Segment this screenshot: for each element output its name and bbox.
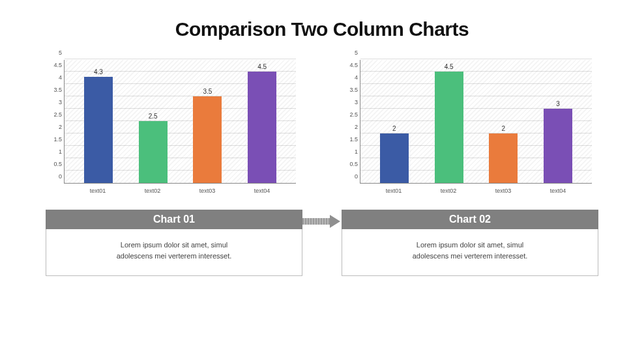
bar-label: 3.5 [181,88,235,95]
y-tick: 0 [46,173,62,180]
page-title: Comparison Two Column Charts [0,0,644,40]
caption-right-line2: adolescens mei verterem interesset. [355,251,585,262]
y-tick: 4.5 [342,62,358,68]
y-tick: 1.5 [46,136,62,143]
y-tick: 4 [342,74,358,81]
y-tick: 2.5 [46,111,62,118]
bar-1 [380,133,409,183]
chart-left-bars: 4.3 2.5 3.5 4.5 [65,60,296,183]
x-label: text03 [476,188,531,194]
x-label: text02 [125,188,180,194]
bar-wrap: 2 [367,60,422,183]
bar-label: 3 [531,100,585,107]
bar-label: 2 [367,125,422,132]
x-label: text04 [531,188,585,194]
caption-left: Chart 01 Lorem ipsum dolor sit amet, sim… [46,210,302,276]
bar-label: 2 [476,125,531,132]
y-tick: 1 [342,148,358,155]
x-label: text03 [180,188,235,194]
y-tick: 5 [46,49,62,56]
caption-right-header: Chart 02 [342,210,598,229]
bar-label: 4.3 [71,68,126,76]
y-tick: 4.5 [46,62,62,68]
chart-left: 0 0.5 1 1.5 2 2.5 3 3.5 4 4.5 5 4.3 [46,60,302,197]
chart-right-bars: 2 4.5 2 3 [360,60,592,183]
bar-label: 4.5 [422,63,476,70]
y-tick: 2 [46,124,62,130]
x-label: text02 [421,188,476,194]
y-tick: 3.5 [342,87,358,93]
x-label: text01 [70,188,125,194]
bar-wrap: 3.5 [181,60,235,183]
bar-4 [544,109,572,183]
caption-left-header: Chart 01 [46,210,302,229]
bar-2 [139,121,168,183]
caption-right-line1: Lorem ipsum dolor sit amet, simul [355,240,585,251]
caption-right: Chart 02 Lorem ipsum dolor sit amet, sim… [342,210,598,276]
chart-right-plot: 0 0.5 1 1.5 2 2.5 3 3.5 4 4.5 5 2 [360,60,592,184]
chart-right-xlabels: text01 text02 text03 text04 [360,184,592,194]
y-tick: 4 [46,74,62,81]
y-tick: 0.5 [46,161,62,167]
bar-4 [248,72,276,183]
y-tick: 3.5 [46,87,62,93]
chart-right: 0 0.5 1 1.5 2 2.5 3 3.5 4 4.5 5 2 [342,60,598,197]
bar-wrap: 3 [531,60,585,183]
bar-2 [435,72,463,183]
y-tick: 2.5 [342,111,358,118]
bar-3 [489,133,518,183]
bar-label: 4.5 [235,63,289,70]
y-tick: 3 [342,99,358,105]
chart-left-plot: 0 0.5 1 1.5 2 2.5 3 3.5 4 4.5 5 4.3 [64,60,296,184]
caption-left-body: Lorem ipsum dolor sit amet, simul adoles… [46,229,302,276]
bar-wrap: 4.5 [235,60,289,183]
y-tick: 5 [342,49,358,56]
bar-1 [84,77,113,183]
bar-3 [193,96,222,183]
y-tick: 0.5 [342,161,358,167]
caption-right-body: Lorem ipsum dolor sit amet, simul adoles… [342,229,598,276]
y-tick: 1.5 [342,136,358,143]
chart-right-area: 0 0.5 1 1.5 2 2.5 3 3.5 4 4.5 5 2 [342,60,598,197]
caption-left-line2: adolescens mei verterem interesset. [59,251,289,262]
y-tick: 1 [46,148,62,155]
y-tick: 2 [342,124,358,130]
bar-wrap: 2 [476,60,531,183]
bar-wrap: 4.5 [422,60,476,183]
captions-row: Chart 01 Lorem ipsum dolor sit amet, sim… [0,197,644,276]
bar-wrap: 2.5 [126,60,181,183]
arrow-icon [302,215,342,228]
chart-left-area: 0 0.5 1 1.5 2 2.5 3 3.5 4 4.5 5 4.3 [46,60,302,197]
caption-left-line1: Lorem ipsum dolor sit amet, simul [59,240,289,251]
charts-row: 0 0.5 1 1.5 2 2.5 3 3.5 4 4.5 5 4.3 [0,40,644,197]
chart-left-xlabels: text01 text02 text03 text04 [64,184,296,194]
bar-wrap: 4.3 [71,60,126,183]
x-label: text01 [366,188,421,194]
x-label: text04 [235,188,289,194]
y-tick: 0 [342,173,358,180]
y-tick: 3 [46,99,62,105]
bar-label: 2.5 [126,113,181,120]
